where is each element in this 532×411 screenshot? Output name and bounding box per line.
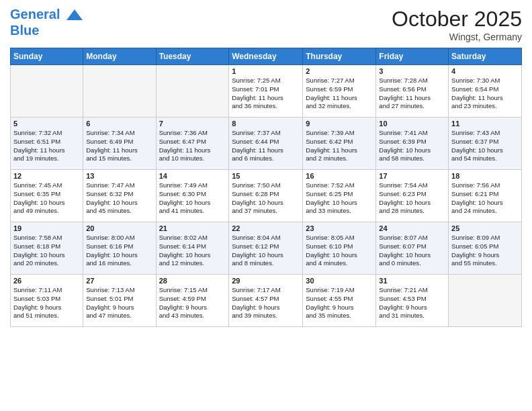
day-number: 25 <box>451 224 519 232</box>
calendar-cell: 6Sunrise: 7:34 AM Sunset: 6:49 PM Daylig… <box>83 118 156 170</box>
day-info: Sunrise: 7:49 AM Sunset: 6:30 PM Dayligh… <box>159 181 226 216</box>
day-number: 24 <box>379 224 445 232</box>
day-number: 20 <box>86 224 152 232</box>
calendar-cell: 26Sunrise: 7:11 AM Sunset: 5:03 PM Dayli… <box>11 275 83 327</box>
day-info: Sunrise: 8:02 AM Sunset: 6:14 PM Dayligh… <box>159 234 226 268</box>
day-info: Sunrise: 7:21 AM Sunset: 4:53 PM Dayligh… <box>379 286 445 320</box>
logo-blue: Blue <box>10 23 85 38</box>
day-info: Sunrise: 7:37 AM Sunset: 6:44 PM Dayligh… <box>232 129 300 163</box>
day-number: 28 <box>159 277 226 285</box>
day-number: 9 <box>306 120 373 128</box>
calendar-cell: 17Sunrise: 7:54 AM Sunset: 6:23 PM Dayli… <box>376 170 449 222</box>
calendar-week-row: 19Sunrise: 7:58 AM Sunset: 6:18 PM Dayli… <box>11 222 522 275</box>
day-number: 11 <box>451 120 519 128</box>
calendar-cell: 28Sunrise: 7:15 AM Sunset: 4:59 PM Dayli… <box>156 275 229 327</box>
day-info: Sunrise: 7:41 AM Sunset: 6:39 PM Dayligh… <box>379 129 445 163</box>
day-number: 21 <box>159 224 226 232</box>
day-number: 4 <box>451 67 519 75</box>
day-info: Sunrise: 7:28 AM Sunset: 6:56 PM Dayligh… <box>379 77 445 111</box>
day-number: 23 <box>306 224 373 232</box>
day-number: 14 <box>159 172 226 180</box>
day-info: Sunrise: 7:11 AM Sunset: 5:03 PM Dayligh… <box>13 286 80 320</box>
day-info: Sunrise: 7:19 AM Sunset: 4:55 PM Dayligh… <box>306 286 373 320</box>
day-number: 16 <box>306 172 373 180</box>
calendar-cell: 8Sunrise: 7:37 AM Sunset: 6:44 PM Daylig… <box>229 118 303 170</box>
col-header-thursday: Thursday <box>303 48 376 65</box>
calendar-cell: 1Sunrise: 7:25 AM Sunset: 7:01 PM Daylig… <box>229 65 303 118</box>
col-header-tuesday: Tuesday <box>156 48 229 65</box>
logo-general: General <box>10 7 60 21</box>
col-header-wednesday: Wednesday <box>229 48 303 65</box>
day-info: Sunrise: 7:58 AM Sunset: 6:18 PM Dayligh… <box>13 234 80 268</box>
calendar-week-row: 5Sunrise: 7:32 AM Sunset: 6:51 PM Daylig… <box>11 118 522 170</box>
calendar-cell <box>83 65 156 118</box>
day-info: Sunrise: 7:17 AM Sunset: 4:57 PM Dayligh… <box>232 286 300 320</box>
day-info: Sunrise: 7:50 AM Sunset: 6:28 PM Dayligh… <box>232 181 300 216</box>
calendar-cell: 19Sunrise: 7:58 AM Sunset: 6:18 PM Dayli… <box>11 222 83 275</box>
day-number: 27 <box>86 277 152 285</box>
calendar-cell: 3Sunrise: 7:28 AM Sunset: 6:56 PM Daylig… <box>376 65 449 118</box>
day-info: Sunrise: 7:15 AM Sunset: 4:59 PM Dayligh… <box>159 286 226 320</box>
calendar-cell: 18Sunrise: 7:56 AM Sunset: 6:21 PM Dayli… <box>449 170 522 222</box>
calendar-cell: 5Sunrise: 7:32 AM Sunset: 6:51 PM Daylig… <box>11 118 83 170</box>
day-number: 22 <box>232 224 300 232</box>
location: Wingst, Germany <box>392 32 522 42</box>
header: General Blue October 2025 Wingst, German… <box>10 7 522 42</box>
calendar-cell: 4Sunrise: 7:30 AM Sunset: 6:54 PM Daylig… <box>449 65 522 118</box>
day-number: 13 <box>86 172 152 180</box>
day-info: Sunrise: 7:47 AM Sunset: 6:32 PM Dayligh… <box>86 181 152 216</box>
calendar-cell <box>449 275 522 327</box>
calendar-cell: 30Sunrise: 7:19 AM Sunset: 4:55 PM Dayli… <box>303 275 376 327</box>
day-info: Sunrise: 8:00 AM Sunset: 6:16 PM Dayligh… <box>86 234 152 268</box>
calendar-cell: 9Sunrise: 7:39 AM Sunset: 6:42 PM Daylig… <box>303 118 376 170</box>
day-number: 26 <box>13 277 80 285</box>
day-number: 15 <box>232 172 300 180</box>
calendar-week-row: 26Sunrise: 7:11 AM Sunset: 5:03 PM Dayli… <box>11 275 522 327</box>
day-number: 1 <box>232 67 300 75</box>
calendar-header-row: SundayMondayTuesdayWednesdayThursdayFrid… <box>11 48 522 65</box>
calendar-cell: 23Sunrise: 8:05 AM Sunset: 6:10 PM Dayli… <box>303 222 376 275</box>
day-number: 17 <box>379 172 445 180</box>
day-number: 29 <box>232 277 300 285</box>
day-number: 19 <box>13 224 80 232</box>
day-info: Sunrise: 7:34 AM Sunset: 6:49 PM Dayligh… <box>86 129 152 163</box>
day-number: 18 <box>451 172 519 180</box>
day-info: Sunrise: 7:13 AM Sunset: 5:01 PM Dayligh… <box>86 286 152 320</box>
day-info: Sunrise: 7:36 AM Sunset: 6:47 PM Dayligh… <box>159 129 226 163</box>
calendar-cell: 29Sunrise: 7:17 AM Sunset: 4:57 PM Dayli… <box>229 275 303 327</box>
day-info: Sunrise: 7:54 AM Sunset: 6:23 PM Dayligh… <box>379 181 445 216</box>
day-number: 2 <box>306 67 373 75</box>
day-info: Sunrise: 8:09 AM Sunset: 6:05 PM Dayligh… <box>451 234 519 268</box>
calendar-cell: 24Sunrise: 8:07 AM Sunset: 6:07 PM Dayli… <box>376 222 449 275</box>
calendar-cell: 14Sunrise: 7:49 AM Sunset: 6:30 PM Dayli… <box>156 170 229 222</box>
day-info: Sunrise: 7:32 AM Sunset: 6:51 PM Dayligh… <box>13 129 80 163</box>
day-info: Sunrise: 7:52 AM Sunset: 6:25 PM Dayligh… <box>306 181 373 216</box>
calendar-week-row: 1Sunrise: 7:25 AM Sunset: 7:01 PM Daylig… <box>11 65 522 118</box>
day-number: 31 <box>379 277 445 285</box>
day-number: 30 <box>306 277 373 285</box>
title-block: October 2025 Wingst, Germany <box>392 7 522 42</box>
svg-marker-0 <box>66 9 83 20</box>
day-number: 8 <box>232 120 300 128</box>
logo: General Blue <box>10 7 85 38</box>
day-info: Sunrise: 8:07 AM Sunset: 6:07 PM Dayligh… <box>379 234 445 268</box>
calendar-cell: 2Sunrise: 7:27 AM Sunset: 6:59 PM Daylig… <box>303 65 376 118</box>
calendar-cell: 21Sunrise: 8:02 AM Sunset: 6:14 PM Dayli… <box>156 222 229 275</box>
calendar-table: SundayMondayTuesdayWednesdayThursdayFrid… <box>10 48 522 327</box>
day-info: Sunrise: 8:05 AM Sunset: 6:10 PM Dayligh… <box>306 234 373 268</box>
calendar-cell <box>156 65 229 118</box>
col-header-friday: Friday <box>376 48 449 65</box>
day-info: Sunrise: 7:45 AM Sunset: 6:35 PM Dayligh… <box>13 181 80 216</box>
day-info: Sunrise: 7:27 AM Sunset: 6:59 PM Dayligh… <box>306 77 373 111</box>
day-number: 5 <box>13 120 80 128</box>
calendar-cell <box>11 65 83 118</box>
day-number: 3 <box>379 67 445 75</box>
day-info: Sunrise: 7:43 AM Sunset: 6:37 PM Dayligh… <box>451 129 519 163</box>
col-header-monday: Monday <box>83 48 156 65</box>
day-info: Sunrise: 7:25 AM Sunset: 7:01 PM Dayligh… <box>232 77 300 111</box>
day-info: Sunrise: 8:04 AM Sunset: 6:12 PM Dayligh… <box>232 234 300 268</box>
calendar-cell: 20Sunrise: 8:00 AM Sunset: 6:16 PM Dayli… <box>83 222 156 275</box>
calendar-cell: 16Sunrise: 7:52 AM Sunset: 6:25 PM Dayli… <box>303 170 376 222</box>
day-info: Sunrise: 7:56 AM Sunset: 6:21 PM Dayligh… <box>451 181 519 216</box>
calendar-cell: 7Sunrise: 7:36 AM Sunset: 6:47 PM Daylig… <box>156 118 229 170</box>
